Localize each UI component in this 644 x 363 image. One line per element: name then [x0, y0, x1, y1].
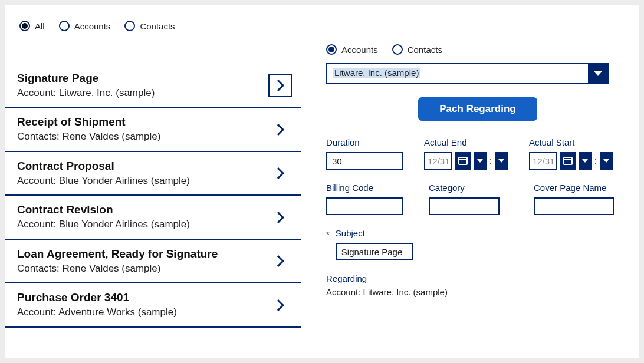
chevron-right-icon[interactable] — [268, 249, 292, 273]
actual-start-dategroup: : — [529, 152, 613, 170]
list-item-text: Contract Proposal Account: Blue Yonder A… — [17, 159, 190, 187]
cover-page-name-input[interactable] — [534, 197, 614, 215]
subject-row: * Subject — [326, 228, 629, 260]
category-input[interactable] — [429, 197, 500, 215]
billing-code-field: Billing Code — [326, 183, 403, 215]
actual-start-date-input[interactable] — [529, 152, 557, 170]
list-item-title: Contract Revision — [17, 203, 190, 217]
list-item[interactable]: Purchase Order 3401 Account: Adventure W… — [5, 283, 301, 327]
calendar-icon[interactable] — [560, 152, 576, 170]
subject-field: Subject — [336, 228, 413, 260]
filter-accounts-label: Accounts — [74, 21, 111, 31]
cover-page-name-label: Cover Page Name — [534, 183, 614, 193]
detail-filter-contacts-radio[interactable]: Contacts — [392, 44, 442, 55]
list-item[interactable]: Contract Proposal Account: Blue Yonder A… — [5, 152, 301, 196]
list-item-text: Contract Revision Account: Blue Yonder A… — [17, 203, 190, 231]
filter-accounts-radio[interactable]: Accounts — [59, 21, 111, 31]
regarding-value: Account: Litware, Inc. (sample) — [326, 287, 629, 297]
chevron-right-icon[interactable] — [268, 293, 292, 317]
list-item-title: Receipt of Shipment — [17, 115, 160, 130]
hour-select[interactable] — [579, 152, 592, 170]
radio-icon — [59, 21, 70, 31]
list-item-subtitle: Contacts: Rene Valdes (sample) — [17, 130, 160, 144]
chevron-right-icon[interactable] — [268, 74, 292, 97]
radio-icon — [124, 21, 135, 31]
duration-input[interactable] — [326, 152, 403, 170]
actual-end-date-input[interactable] — [424, 152, 452, 170]
list-item-subtitle: Account: Litware, Inc. (sample) — [17, 86, 155, 100]
list-item-subtitle: Account: Blue Yonder Airlines (sample) — [17, 174, 190, 188]
list-item-title: Contract Proposal — [17, 159, 190, 174]
list-item-title: Purchase Order 3401 — [17, 291, 177, 305]
list-item-text: Loan Agreement, Ready for Signature Cont… — [17, 247, 218, 275]
radio-icon — [326, 44, 337, 55]
list-item-text: Receipt of Shipment Contacts: Rene Valde… — [17, 115, 160, 143]
category-field: Category — [429, 183, 500, 215]
billing-code-input[interactable] — [326, 197, 403, 215]
actual-end-label: Actual End — [424, 137, 508, 147]
minute-select[interactable] — [600, 152, 613, 170]
list-item-text: Signature Page Account: Litware, Inc. (s… — [17, 71, 155, 100]
detail-filter-accounts-radio[interactable]: Accounts — [326, 44, 378, 55]
content-split: Signature Page Account: Litware, Inc. (s… — [5, 37, 639, 347]
actual-end-field: Actual End : — [424, 137, 508, 170]
chevron-down-icon[interactable] — [588, 64, 608, 83]
list-item[interactable]: Signature Page Account: Litware, Inc. (s… — [5, 64, 301, 108]
list-item-subtitle: Contacts: Rene Valdes (sample) — [17, 262, 218, 276]
actual-start-field: Actual Start : — [529, 137, 613, 170]
list-item[interactable]: Contract Revision Account: Blue Yonder A… — [5, 196, 301, 239]
hour-select[interactable] — [474, 152, 487, 170]
detail-filter-contacts-label: Contacts — [408, 45, 442, 55]
category-label: Category — [429, 183, 500, 193]
list-item-text: Purchase Order 3401 Account: Adventure W… — [17, 291, 177, 319]
billing-code-label: Billing Code — [326, 183, 403, 193]
actual-end-dategroup: : — [424, 152, 508, 170]
list-item-title: Loan Agreement, Ready for Signature — [17, 247, 218, 262]
list-item-subtitle: Account: Adventure Works (sample) — [17, 305, 177, 319]
regarding-label: Regarding — [326, 273, 629, 283]
list-item[interactable]: Receipt of Shipment Contacts: Rene Valde… — [5, 108, 301, 151]
time-colon: : — [594, 156, 597, 166]
required-asterisk: * — [326, 228, 330, 239]
detail-filter-bar: Accounts Contacts — [326, 44, 629, 55]
filter-contacts-radio[interactable]: Contacts — [124, 21, 175, 31]
calendar-icon[interactable] — [455, 152, 471, 170]
filter-contacts-label: Contacts — [140, 21, 175, 31]
subject-label: Subject — [336, 228, 413, 238]
fields-row-2: Billing Code Category Cover Page Name — [326, 183, 629, 215]
actual-start-label: Actual Start — [529, 137, 613, 147]
list-item[interactable]: Loan Agreement, Ready for Signature Cont… — [5, 240, 301, 283]
detail-panel: Accounts Contacts Litware, Inc. (sample)… — [301, 37, 639, 347]
chevron-right-icon[interactable] — [268, 206, 292, 229]
list-item-title: Signature Page — [17, 71, 155, 86]
cover-page-name-field: Cover Page Name — [534, 183, 614, 215]
time-colon: : — [489, 156, 492, 166]
top-filter-bar: All Accounts Contacts — [5, 5, 639, 37]
list-item-subtitle: Account: Blue Yonder Airlines (sample) — [17, 217, 190, 232]
app-root: All Accounts Contacts Signature Page Acc… — [5, 5, 639, 358]
duration-label: Duration — [326, 137, 403, 147]
regarding-combo[interactable]: Litware, Inc. (sample) — [326, 63, 609, 84]
fields-row-1: Duration Actual End : Actual Start — [326, 137, 629, 170]
radio-icon — [392, 44, 403, 55]
pach-regarding-button[interactable]: Pach Regarding — [418, 97, 537, 121]
duration-field: Duration — [326, 137, 403, 170]
minute-select[interactable] — [495, 152, 508, 170]
regarding-combo-value: Litware, Inc. (sample) — [327, 64, 588, 83]
chevron-right-icon[interactable] — [268, 118, 292, 141]
filter-all-label: All — [35, 21, 45, 31]
subject-input[interactable] — [336, 243, 413, 260]
filter-all-radio[interactable]: All — [19, 21, 45, 31]
radio-icon — [19, 21, 30, 31]
detail-filter-accounts-label: Accounts — [341, 45, 378, 55]
chevron-right-icon[interactable] — [268, 161, 292, 185]
record-list: Signature Page Account: Litware, Inc. (s… — [5, 37, 301, 347]
regarding-field: Regarding Account: Litware, Inc. (sample… — [326, 273, 629, 297]
